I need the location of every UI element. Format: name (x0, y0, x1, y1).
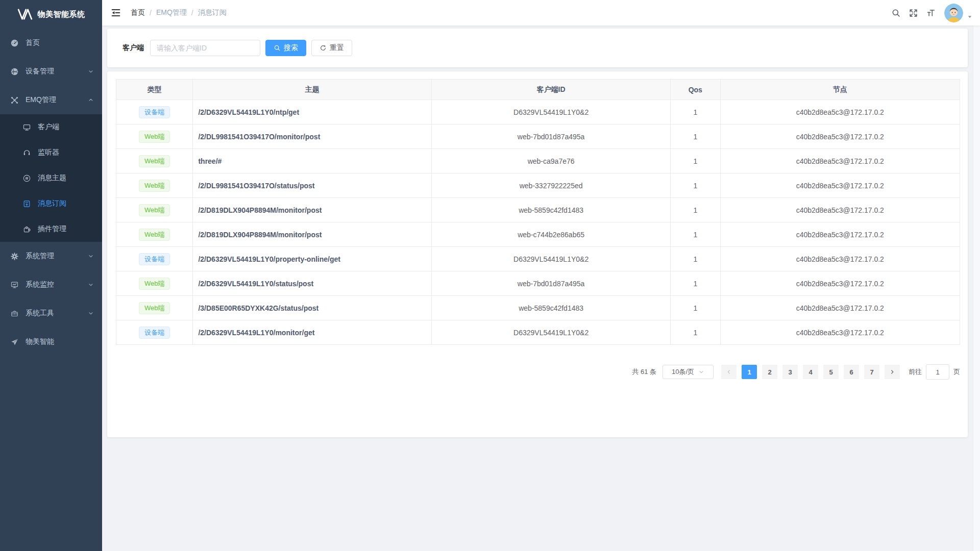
type-tag: Web端 (139, 204, 170, 216)
breadcrumb-separator: / (191, 9, 193, 17)
brand-logo-icon (17, 9, 33, 20)
sidebar-item-emq-topic[interactable]: 消息主题 (0, 165, 102, 191)
monitor-chart-icon (10, 281, 19, 289)
cell-qos: 1 (671, 222, 721, 247)
cell-client-id: web-7bd01d87a495a (432, 124, 671, 149)
page-button-3[interactable]: 3 (782, 365, 798, 379)
column-header: 客户端ID (432, 80, 671, 100)
cell-client-id: web-ca9a7e76 (432, 149, 671, 173)
page-size-value: 10条/页 (672, 367, 694, 377)
drone-icon (10, 96, 19, 105)
search-button[interactable]: 搜索 (265, 40, 306, 56)
gear-icon (10, 252, 19, 261)
fullscreen-icon (909, 8, 918, 18)
cell-client-id: web-5859c42fd1483 (432, 198, 671, 222)
avatar (944, 4, 963, 22)
chevron-down-icon (88, 253, 94, 259)
table-row: 设备端/2/D6329VL54419L1Y0/monitor/getD6329V… (116, 320, 960, 345)
sidebar-item-label: 系统管理 (26, 252, 88, 261)
chevron-down-icon (88, 282, 94, 288)
topbar-actions (887, 0, 973, 26)
cell-node: c40b2d8ea5c3@172.17.0.2 (720, 320, 960, 345)
next-page-button[interactable] (885, 365, 900, 379)
sidebar-item-emq-subscription[interactable]: 消息订阅 (0, 191, 102, 216)
cell-node: c40b2d8ea5c3@172.17.0.2 (720, 247, 960, 271)
app-logo[interactable]: 物美智能系统 (0, 0, 102, 29)
chevron-up-icon (88, 97, 94, 103)
table-header-row: 类型主题客户端IDQos节点 (116, 80, 960, 100)
sidebar-item-system-mgmt[interactable]: 系统管理 (0, 242, 102, 270)
cell-client-id: D6329VL54419L1Y0&2 (432, 247, 671, 271)
cell-qos: 1 (671, 320, 721, 345)
sidebar-item-device-mgmt[interactable]: 设备管理 (0, 57, 102, 86)
headset-icon (22, 148, 31, 157)
page-button-6[interactable]: 6 (844, 365, 859, 379)
cell-topic: /2/D6329VL54419L1Y0/status/post (193, 271, 432, 296)
cell-qos: 1 (671, 100, 721, 124)
cell-node: c40b2d8ea5c3@172.17.0.2 (720, 198, 960, 222)
client-id-input[interactable] (150, 40, 260, 56)
table-row: Web端/2/D819DLX904P8894M/monitor/postweb-… (116, 198, 960, 222)
page-button-4[interactable]: 4 (803, 365, 818, 379)
prev-page-button[interactable] (721, 365, 737, 379)
breadcrumb-item[interactable]: 首页 (131, 8, 145, 17)
sidebar-item-label: 插件管理 (38, 224, 94, 234)
table-row: Web端/2/D6329VL54419L1Y0/status/postweb-7… (116, 271, 960, 296)
sidebar-item-system-tools[interactable]: 系统工具 (0, 299, 102, 328)
sidebar: 物美智能系统 首页设备管理EMQ管理客户端监听器消息主题消息订阅插件管理系统管理… (0, 0, 102, 551)
chevron-down-icon (88, 68, 94, 74)
header-search-button[interactable] (887, 0, 904, 26)
font-size-button[interactable] (922, 0, 939, 26)
hash-circle-icon (22, 174, 31, 183)
cell-qos: 1 (671, 271, 721, 296)
goto-label: 前往 (909, 367, 922, 377)
cell-client-id: web-5859c42fd1483 (432, 296, 671, 320)
scrollbar-track[interactable] (973, 26, 980, 551)
sidebar-item-label: 消息订阅 (38, 199, 94, 208)
sidebar-item-label: 设备管理 (26, 67, 88, 76)
cell-type: Web端 (116, 296, 193, 320)
cell-qos: 1 (671, 296, 721, 320)
page-button-5[interactable]: 5 (823, 365, 839, 379)
sidebar-item-label: EMQ管理 (26, 95, 88, 105)
cell-topic: /2/D6329VL54419L1Y0/ntp/get (193, 100, 432, 124)
cell-qos: 1 (671, 173, 721, 198)
cell-client-id: web-c744b2e86ab65 (432, 222, 671, 247)
table-row: Web端/2/DL9981541O39417O/monitor/postweb-… (116, 124, 960, 149)
fullscreen-button[interactable] (904, 0, 922, 26)
app-title: 物美智能系统 (38, 10, 85, 19)
breadcrumb-item: EMQ管理 (156, 8, 187, 17)
user-menu[interactable] (944, 4, 973, 22)
sidebar-item-emq-listener[interactable]: 监听器 (0, 140, 102, 165)
sidebar-item-emq-plugin[interactable]: 插件管理 (0, 216, 102, 242)
column-header: 类型 (116, 80, 193, 100)
cell-qos: 1 (671, 198, 721, 222)
submenu-emq-mgmt: 客户端监听器消息主题消息订阅插件管理 (0, 114, 102, 242)
cell-node: c40b2d8ea5c3@172.17.0.2 (720, 149, 960, 173)
sidebar-item-label: 监听器 (38, 148, 94, 157)
type-tag: Web端 (139, 278, 170, 290)
column-header: Qos (671, 80, 721, 100)
page-button-7[interactable]: 7 (864, 365, 879, 379)
monitor-icon (22, 123, 31, 132)
page-button-2[interactable]: 2 (762, 365, 777, 379)
cell-qos: 1 (671, 124, 721, 149)
goto-page-input[interactable] (926, 364, 949, 380)
page-size-select[interactable]: 10条/页 (663, 365, 714, 379)
table-row: Web端three/#web-ca9a7e761c40b2d8ea5c3@172… (116, 149, 960, 173)
sidebar-item-emq-client[interactable]: 客户端 (0, 114, 102, 140)
page-button-1[interactable]: 1 (742, 365, 757, 379)
type-tag: 设备端 (139, 106, 170, 118)
sidebar-item-home[interactable]: 首页 (0, 29, 102, 57)
cell-type: Web端 (116, 149, 193, 173)
collapse-sidebar-icon[interactable] (110, 7, 121, 18)
pagination: 共 61 条 10条/页 1234567 前往 页 (632, 365, 960, 379)
cell-node: c40b2d8ea5c3@172.17.0.2 (720, 296, 960, 320)
sidebar-item-wumei-smart[interactable]: 物美智能 (0, 328, 102, 356)
sidebar-item-emq-mgmt[interactable]: EMQ管理 (0, 86, 102, 114)
cell-type: 设备端 (116, 100, 193, 124)
breadcrumb-separator: / (150, 9, 152, 17)
reset-button[interactable]: 重置 (311, 40, 352, 56)
chevron-down-icon (698, 369, 704, 375)
sidebar-item-system-monitor[interactable]: 系统监控 (0, 270, 102, 299)
